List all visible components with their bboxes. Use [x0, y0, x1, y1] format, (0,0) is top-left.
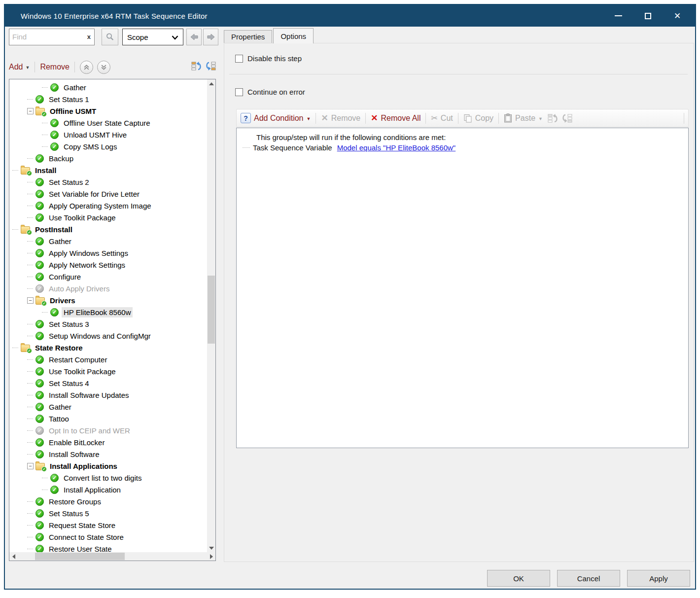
step-status-icon: ✓	[35, 95, 44, 104]
scope-dropdown[interactable]: Scope	[122, 29, 183, 45]
paste-caret-icon[interactable]: ▼	[538, 116, 543, 121]
tree-item[interactable]: ✓Install Application	[9, 484, 207, 495]
tree-item[interactable]: ✓Offline User State Capture	[9, 117, 207, 129]
disable-step-checkbox[interactable]	[235, 55, 243, 63]
step-status-icon: ✓	[35, 533, 44, 541]
tree-item[interactable]: ✓Install Software Updates	[9, 389, 207, 401]
tree-item[interactable]: ✓Setup Windows and ConfigMgr	[9, 330, 207, 342]
tree-item[interactable]: −✓Offline USMT	[9, 105, 207, 117]
tree-item[interactable]: ✓Configure	[9, 271, 207, 282]
maximize-button[interactable]	[633, 5, 663, 27]
scroll-down-arrow[interactable]	[207, 544, 215, 552]
tree-item[interactable]: ✓Set Status 1	[9, 93, 207, 105]
add-button[interactable]: Add	[9, 63, 23, 71]
remove-all-button[interactable]: Remove All	[381, 114, 421, 123]
tree-item[interactable]: ✓Enable BitLocker	[9, 436, 207, 448]
tree-connector	[27, 407, 33, 407]
tree-item[interactable]: ✓Restore User State	[9, 543, 207, 552]
tree-item[interactable]: ✓Set Status 4	[9, 377, 207, 389]
tree-item[interactable]: ✓Backup	[9, 152, 207, 164]
tree-item[interactable]: ✓Auto Apply Drivers	[9, 282, 207, 294]
continue-on-error-checkbox[interactable]	[235, 88, 243, 96]
tree-item[interactable]: ✓Connect to State Store	[9, 531, 207, 543]
horizontal-scroll-thumb[interactable]	[35, 553, 125, 560]
tree-item-label: Install Software	[47, 449, 102, 459]
add-dropdown-caret-icon[interactable]: ▼	[25, 65, 30, 70]
tree-indent	[9, 537, 27, 537]
tree-item[interactable]: ✓Gather	[9, 401, 207, 413]
tree-item[interactable]: ✓HP EliteBook 8560w	[9, 306, 207, 318]
tree-connector	[27, 430, 33, 431]
tree-connector	[27, 442, 33, 443]
tree-item[interactable]: ✓Gather	[9, 235, 207, 247]
move-up-button[interactable]	[80, 61, 93, 74]
tree-item[interactable]: ✓Apply Windows Settings	[9, 247, 207, 259]
tree-item[interactable]: ✓PostInstall	[9, 223, 207, 235]
tree-item[interactable]: ✓State Restore	[9, 342, 207, 353]
ok-button[interactable]: OK	[487, 570, 550, 587]
remove-button[interactable]: Remove	[40, 63, 70, 71]
tree-item[interactable]: ✓Request State Store	[9, 519, 207, 531]
add-condition-button[interactable]: Add Condition	[254, 114, 304, 123]
find-next-button[interactable]	[203, 29, 218, 45]
continue-on-error-label: Continue on error	[247, 88, 305, 96]
copy-button[interactable]: Copy	[475, 114, 493, 123]
vertical-scroll-thumb[interactable]	[208, 276, 215, 344]
tree-item[interactable]: ✓Gather	[9, 81, 207, 93]
tree-item[interactable]: ✓Set Status 2	[9, 176, 207, 188]
tree-item[interactable]: ✓Tattoo	[9, 413, 207, 424]
tree-expander-icon[interactable]: −	[27, 297, 34, 304]
tree-item[interactable]: ✓Convert list to two digits	[9, 472, 207, 484]
find-input[interactable]	[9, 29, 82, 44]
tree-connector	[27, 549, 33, 549]
tab-options[interactable]: Options	[273, 28, 314, 43]
vertical-scrollbar[interactable]	[207, 79, 215, 552]
tree-item[interactable]: ✓Use Toolkit Package	[9, 211, 207, 223]
add-condition-caret-icon[interactable]: ▼	[307, 116, 311, 121]
tree-item[interactable]: ✓Set Status 5	[9, 507, 207, 519]
tree-expander-icon[interactable]: −	[27, 463, 34, 469]
tree-item[interactable]: ✓Restore Groups	[9, 495, 207, 507]
close-button[interactable]: ✕	[663, 5, 692, 27]
expand-all-button[interactable]	[191, 61, 202, 73]
tree-item[interactable]: −✓Drivers	[9, 294, 207, 306]
tree-item[interactable]: ✓Install	[9, 164, 207, 176]
tab-properties[interactable]: Properties	[224, 30, 272, 43]
find-search-button[interactable]	[102, 29, 118, 45]
tree-indent	[9, 217, 27, 218]
horizontal-scrollbar[interactable]	[9, 552, 215, 561]
cancel-button[interactable]: Cancel	[557, 570, 620, 587]
scroll-up-arrow[interactable]	[207, 79, 215, 88]
tree-item[interactable]: ✓Install Software	[9, 448, 207, 460]
minimize-button[interactable]	[603, 5, 633, 27]
tree-item-label: Request State Store	[47, 520, 117, 530]
paste-button[interactable]: Paste	[515, 114, 535, 123]
tree-item[interactable]: −✓Install Applications	[9, 460, 207, 472]
tree-item[interactable]: ✓Set Variable for Drive Letter	[9, 188, 207, 200]
tree-item[interactable]: ✓Set Status 3	[9, 318, 207, 330]
tree-item[interactable]: ✓Restart Computer	[9, 353, 207, 365]
collapse-all-button[interactable]	[205, 61, 216, 73]
condition-link[interactable]: Model equals "HP EliteBook 8560w"	[337, 143, 456, 152]
apply-button[interactable]: Apply	[627, 570, 690, 587]
tree-connector	[12, 170, 18, 171]
scroll-left-arrow[interactable]	[9, 552, 18, 561]
tree-item[interactable]: ✓Unload USMT Hive	[9, 129, 207, 141]
tree-item[interactable]: ✓Copy SMS Logs	[9, 141, 207, 152]
tree-item[interactable]: ✓Opt In to CEIP and WER	[9, 424, 207, 436]
scroll-right-arrow[interactable]	[207, 552, 215, 561]
tree-item-label: Offline User State Capture	[62, 118, 152, 128]
find-clear-button[interactable]: x	[87, 33, 91, 40]
tree-item[interactable]: ✓Apply Network Settings	[9, 259, 207, 271]
tree-item-label: Apply Operating System Image	[47, 201, 153, 211]
help-question-icon: ?	[241, 113, 251, 123]
tree-expander-icon[interactable]: −	[27, 108, 34, 114]
remove-condition-button[interactable]: Remove	[331, 114, 361, 123]
step-status-icon: ✓	[35, 403, 44, 411]
find-previous-button[interactable]	[186, 29, 202, 45]
tree-item[interactable]: ✓Apply Operating System Image	[9, 200, 207, 211]
tree-indent	[9, 99, 27, 100]
move-down-button[interactable]	[97, 61, 110, 74]
cut-button[interactable]: Cut	[441, 114, 453, 123]
tree-item[interactable]: ✓Use Toolkit Package	[9, 365, 207, 377]
